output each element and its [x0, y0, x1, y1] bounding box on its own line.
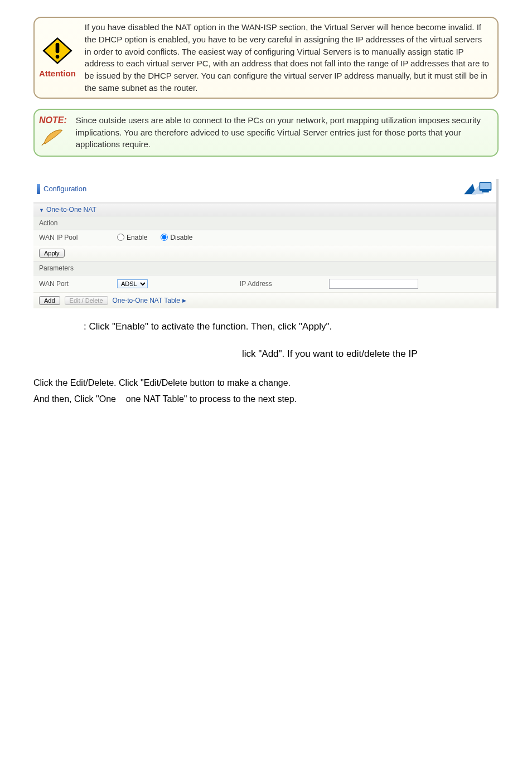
- header-accent-bar: [37, 184, 40, 194]
- warning-diamond-icon: [42, 37, 72, 64]
- ip-address-input[interactable]: [329, 279, 418, 289]
- note-label: NOTE:: [39, 115, 67, 125]
- header-logo-icon: [448, 181, 493, 197]
- doc-line-3c: one NAT Table" to process to the next st…: [126, 394, 297, 404]
- quill-pen-icon: [40, 125, 66, 148]
- attention-text: If you have disabled the NAT option in t…: [85, 21, 490, 94]
- apply-row: Apply: [33, 245, 496, 261]
- wan-port-row: WAN Port ADSL IP Address: [33, 275, 496, 293]
- doc-line-2: lick "Add". If you want to edit/delete t…: [33, 347, 499, 361]
- bottom-actions-row: Add Edit / Delete One-to-One NAT Table ▶: [33, 293, 496, 308]
- wan-port-label: WAN Port: [39, 280, 117, 288]
- panel-header: Configuration: [33, 179, 496, 203]
- enable-radio[interactable]: Enable: [117, 234, 147, 241]
- enable-radio-label: Enable: [127, 234, 147, 241]
- action-header-row: Action: [33, 216, 496, 230]
- svg-rect-6: [480, 183, 491, 189]
- chevron-down-icon: ▼: [39, 207, 44, 213]
- doc-line-3a: Click the Edit/Delete. Click "Edit/Delet…: [33, 378, 291, 388]
- note-callout: NOTE: Since outside users are able to co…: [33, 109, 499, 157]
- section-one-to-one-nat[interactable]: ▼One-to-One NAT: [33, 203, 496, 216]
- note-text: Since outside users are able to connect …: [76, 114, 490, 151]
- apply-button[interactable]: Apply: [39, 249, 65, 258]
- svg-rect-7: [482, 191, 489, 192]
- svg-rect-1: [56, 43, 60, 53]
- wan-port-select[interactable]: ADSL: [117, 279, 148, 288]
- panel-title: Configuration: [43, 185, 86, 193]
- doc-paragraph: Click the Edit/Delete. Click "Edit/Delet…: [33, 375, 499, 408]
- disable-radio-label: Disable: [170, 234, 192, 241]
- section-title-text: One-to-One NAT: [46, 206, 96, 214]
- wan-ip-pool-row: WAN IP Pool Enable Disable: [33, 230, 496, 245]
- edit-delete-button[interactable]: Edit / Delete: [65, 296, 108, 305]
- doc-text-block: : Click "Enable" to activate the functio…: [33, 319, 499, 375]
- chevron-right-icon: ▶: [182, 298, 186, 303]
- add-button[interactable]: Add: [39, 296, 60, 305]
- attention-label: Attention: [39, 69, 76, 78]
- enable-radio-input[interactable]: [117, 234, 124, 241]
- nat-table-link-text: One-to-One NAT Table: [113, 297, 180, 304]
- one-to-one-nat-table-link[interactable]: One-to-One NAT Table ▶: [113, 297, 186, 304]
- ip-address-label: IP Address: [240, 280, 329, 288]
- wan-ip-pool-label: WAN IP Pool: [39, 234, 112, 241]
- attention-icon-column: Attention: [38, 35, 77, 80]
- attention-callout: Attention If you have disabled the NAT o…: [33, 17, 499, 99]
- parameters-header-row: Parameters: [33, 261, 496, 275]
- doc-line-3b: And then, Click "One: [33, 394, 116, 404]
- doc-line-1: : Click "Enable" to activate the functio…: [33, 319, 499, 334]
- note-icon-column: NOTE:: [38, 113, 68, 152]
- disable-radio-input[interactable]: [161, 234, 168, 241]
- disable-radio[interactable]: Disable: [161, 234, 192, 241]
- svg-point-2: [56, 55, 60, 59]
- router-config-panel: Configuration ▼One-to-One NAT Action WAN…: [33, 179, 499, 308]
